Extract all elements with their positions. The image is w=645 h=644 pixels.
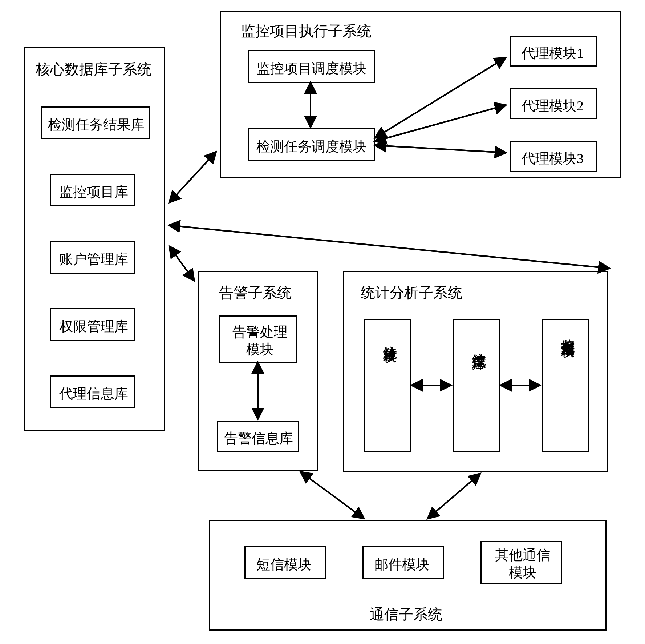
comm-mod-3-label: 其他通信模块 — [491, 546, 554, 581]
comm-mod-1: 短信模块 — [244, 546, 326, 579]
core-db-item-2-label: 账户管理库 — [59, 250, 128, 269]
comm-title: 通信子系统 — [370, 604, 442, 624]
svg-line-3 — [170, 247, 194, 280]
alarm-subsystem: 告警子系统 告警处理模块 告警信息库 — [198, 271, 318, 471]
exec-agent-3: 代理模块3 — [510, 141, 597, 172]
alarm-proc-label: 告警处理模块 — [229, 323, 291, 358]
core-db-item-4: 代理信息库 — [50, 375, 135, 408]
alarm-proc: 告警处理模块 — [219, 315, 297, 363]
comm-mod-3: 其他通信模块 — [480, 541, 562, 584]
core-db-item-1-label: 监控项目库 — [59, 183, 128, 201]
stats-mod-3-label: 监控报告通知模块 — [559, 328, 577, 334]
stats-mod-1: 统计分析模块 — [364, 319, 411, 452]
stats-subsystem: 统计分析子系统 统计分析模块 统计信息库 监控报告通知模块 — [343, 271, 608, 472]
exec-sched2: 检测任务调度模块 — [248, 128, 375, 161]
comm-subsystem: 短信模块 邮件模块 其他通信模块 通信子系统 — [209, 520, 607, 631]
exec-sched1: 监控项目调度模块 — [248, 50, 375, 83]
comm-mod-2: 邮件模块 — [362, 546, 444, 579]
svg-line-5 — [170, 225, 608, 268]
stats-mod-2-label: 统计信息库 — [470, 342, 488, 346]
exec-agent-2: 代理模块2 — [510, 88, 597, 119]
core-db-item-3-label: 权限管理库 — [59, 317, 128, 336]
exec-agent-2-label: 代理模块2 — [522, 97, 584, 115]
core-db-item-4-label: 代理信息库 — [59, 385, 128, 403]
svg-line-4 — [170, 225, 608, 268]
diagram-canvas: 核心数据库子系统 检测任务结果库 监控项目库 账户管理库 权限管理库 代理信息库… — [0, 0, 645, 644]
stats-mod-2: 统计信息库 — [453, 319, 500, 452]
core-db-item-2: 账户管理库 — [50, 241, 135, 274]
exec-agent-3-label: 代理模块3 — [522, 149, 584, 168]
svg-line-22 — [429, 474, 479, 518]
core-db-item-3: 权限管理库 — [50, 308, 135, 341]
core-db-subsystem: 核心数据库子系统 检测任务结果库 监控项目库 账户管理库 权限管理库 代理信息库 — [24, 47, 165, 431]
exec-sched1-label: 监控项目调度模块 — [256, 59, 367, 78]
comm-mod-1-label: 短信模块 — [256, 555, 312, 574]
comm-mod-2-label: 邮件模块 — [374, 555, 430, 574]
core-db-item-0-label: 检测任务结果库 — [48, 116, 145, 134]
exec-title: 监控项目执行子系统 — [241, 21, 372, 41]
svg-line-1 — [170, 153, 215, 202]
stats-mod-1-label: 统计分析模块 — [381, 335, 399, 339]
core-db-item-0: 检测任务结果库 — [41, 106, 150, 139]
alarm-store: 告警信息库 — [217, 421, 299, 452]
svg-line-0 — [170, 153, 215, 202]
alarm-title: 告警子系统 — [219, 283, 292, 303]
core-db-item-1: 监控项目库 — [50, 174, 135, 206]
svg-line-21 — [301, 472, 363, 518]
alarm-store-label: 告警信息库 — [224, 429, 293, 448]
stats-mod-3: 监控报告通知模块 — [542, 319, 589, 452]
core-db-title: 核心数据库子系统 — [36, 59, 152, 79]
exec-subsystem: 监控项目执行子系统 监控项目调度模块 检测任务调度模块 代理模块1 代理模块2 … — [220, 11, 621, 178]
svg-line-20 — [301, 472, 363, 518]
exec-agent-1: 代理模块1 — [510, 36, 597, 67]
exec-agent-1-label: 代理模块1 — [522, 44, 584, 63]
exec-sched2-label: 检测任务调度模块 — [256, 137, 367, 156]
svg-line-2 — [170, 247, 194, 280]
stats-title: 统计分析子系统 — [361, 283, 462, 303]
svg-line-23 — [429, 474, 479, 518]
